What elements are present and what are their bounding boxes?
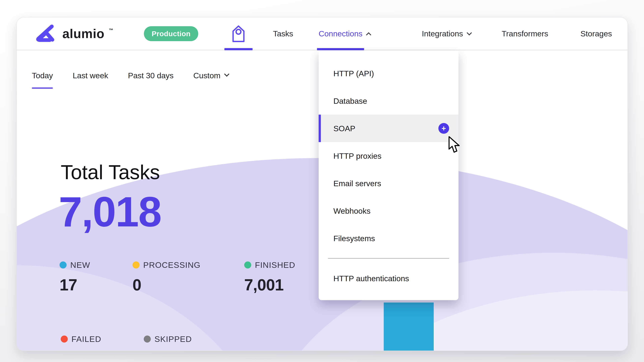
- nav-item-connections[interactable]: Connections: [319, 17, 370, 50]
- stat-processing: PROCESSING 0: [132, 260, 200, 294]
- date-filter-tabs: Today Last week Past 30 days Custom: [32, 71, 228, 89]
- tasks-chart-bar: [384, 303, 434, 351]
- today-active-indicator: [32, 87, 53, 89]
- menu-item-webhooks[interactable]: Webhooks: [319, 197, 458, 225]
- tab-last-week[interactable]: Last week: [72, 71, 108, 89]
- menu-divider: [328, 258, 449, 259]
- top-nav: alumio ™ Production Tasks Connections: [17, 17, 628, 50]
- add-soap-connection-button[interactable]: +: [438, 123, 449, 134]
- menu-item-filesystems[interactable]: Filesystems: [319, 225, 458, 252]
- menu-item-database[interactable]: Database: [319, 87, 458, 115]
- nav-item-transformers[interactable]: Transformers: [502, 17, 548, 50]
- stat-skipped: SKIPPED: [144, 334, 192, 344]
- page: { "app": { "brand": "alumio", "brand_mar…: [0, 0, 644, 362]
- home-active-indicator: [224, 48, 252, 50]
- connections-active-indicator: [317, 48, 364, 50]
- new-count: 17: [60, 276, 90, 294]
- stat-finished: FINISHED 7,001: [244, 260, 295, 294]
- menu-item-email-servers[interactable]: Email servers: [319, 170, 458, 197]
- chevron-up-icon: [366, 32, 371, 37]
- tab-custom[interactable]: Custom: [193, 71, 228, 89]
- processing-count: 0: [132, 276, 200, 294]
- tab-past-30-days[interactable]: Past 30 days: [128, 71, 174, 89]
- brand-name: alumio: [62, 24, 104, 43]
- nav-item-tasks[interactable]: Tasks: [273, 17, 293, 50]
- alumio-logo-icon: [33, 24, 58, 43]
- menu-item-http-proxies[interactable]: HTTP proxies: [319, 142, 458, 170]
- nav-item-integrations[interactable]: Integrations: [422, 17, 471, 50]
- menu-item-http-api[interactable]: HTTP (API): [319, 60, 458, 87]
- nav-item-home[interactable]: [226, 17, 251, 50]
- stat-failed: FAILED: [61, 334, 101, 344]
- connections-dropdown-menu: HTTP (API) Database SOAP + HTTP proxies …: [319, 50, 458, 300]
- tab-today[interactable]: Today: [32, 71, 53, 89]
- processing-status-dot: [132, 261, 140, 269]
- brand-logo[interactable]: alumio ™: [33, 24, 113, 43]
- new-status-dot: [60, 261, 66, 269]
- menu-item-http-authentications[interactable]: HTTP authentications: [319, 265, 458, 292]
- dashboard-card: alumio ™ Production Tasks Connections: [16, 17, 628, 351]
- menu-item-soap[interactable]: SOAP +: [319, 115, 458, 142]
- stat-new: NEW 17: [60, 260, 90, 294]
- brand-trademark: ™: [109, 28, 113, 33]
- home-icon: [230, 25, 246, 42]
- failed-status-dot: [61, 336, 68, 343]
- environment-badge: Production: [144, 26, 198, 41]
- chevron-down-icon: [466, 30, 472, 35]
- finished-status-dot: [244, 261, 251, 269]
- plus-icon: +: [442, 124, 446, 132]
- nav-item-storages[interactable]: Storages: [580, 17, 612, 50]
- total-tasks-title: Total Tasks: [61, 161, 160, 184]
- total-tasks-value: 7,018: [59, 189, 161, 235]
- chevron-down-icon: [224, 71, 229, 77]
- mouse-cursor: [448, 136, 461, 153]
- skipped-status-dot: [144, 336, 151, 343]
- finished-count: 7,001: [244, 276, 295, 294]
